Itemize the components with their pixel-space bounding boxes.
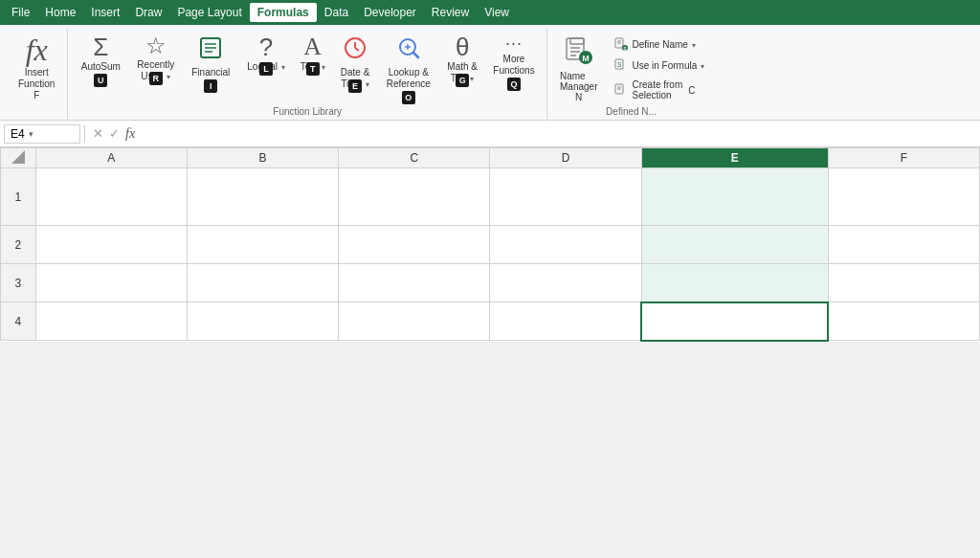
row-header-3[interactable]: 3	[1, 264, 36, 302]
cell-c2[interactable]	[339, 226, 490, 264]
menu-item-insert[interactable]: Insert	[83, 3, 127, 22]
more-functions-button[interactable]: ··· MoreFunctions ▾ Q	[485, 31, 543, 92]
fx-icon: fx	[26, 34, 48, 65]
cell-c3[interactable]	[339, 264, 490, 302]
cell-a4[interactable]	[35, 302, 187, 341]
cell-b4[interactable]	[187, 302, 338, 341]
use-in-formula-button[interactable]: S Use in Formula ▾	[608, 56, 711, 75]
spreadsheet: A B C D E F 1 2	[0, 147, 980, 342]
cell-f3[interactable]	[828, 264, 979, 302]
define-name-button[interactable]: S Define Name ▾	[608, 34, 711, 54]
name-manager-button[interactable]: M NameManager N	[551, 31, 606, 106]
lookup-reference-shortcut: O	[402, 91, 415, 104]
text-shortcut: T	[306, 62, 320, 76]
math-trig-button[interactable]: θ Math &Trig ▾ G	[440, 31, 484, 88]
logical-button[interactable]: ? Logical ▾ L	[240, 31, 291, 77]
text-icon: A	[303, 34, 322, 59]
insert-function-label: InsertFunction	[18, 67, 55, 90]
financial-icon	[197, 34, 224, 65]
formula-input[interactable]	[143, 125, 976, 143]
cell-e4[interactable]	[641, 302, 828, 341]
cell-f1[interactable]	[828, 168, 979, 226]
confirm-icon[interactable]: ✓	[109, 126, 120, 141]
logical-icon: ?	[259, 34, 273, 59]
svg-line-8	[413, 53, 418, 57]
col-header-c[interactable]: C	[339, 148, 490, 168]
cell-b2[interactable]	[187, 226, 338, 264]
create-from-selection-icon	[614, 83, 628, 97]
lookup-reference-button[interactable]: Lookup &Reference ▾ O	[377, 31, 439, 105]
formula-bar-divider	[84, 125, 85, 143]
clock-icon	[342, 34, 368, 65]
menu-item-developer[interactable]: Developer	[356, 3, 424, 22]
theta-icon: θ	[456, 34, 469, 59]
use-in-formula-icon: S	[614, 58, 628, 72]
autosum-shortcut: U	[94, 74, 107, 87]
create-from-selection-label: Create fromSelection	[632, 79, 682, 100]
svg-marker-28	[11, 150, 25, 164]
col-header-f[interactable]: F	[828, 148, 979, 168]
more-functions-shortcut: Q	[507, 78, 521, 91]
cell-b1[interactable]	[187, 168, 338, 226]
menu-item-review[interactable]: Review	[424, 3, 477, 22]
cell-c1[interactable]	[339, 168, 490, 226]
ribbon-group-defined-names: M NameManager N S Define Name ▾	[547, 29, 715, 120]
menu-item-page-layout[interactable]: Page Layout	[169, 3, 249, 22]
cell-a3[interactable]	[35, 264, 187, 302]
function-insert-icon[interactable]: fx	[125, 126, 135, 142]
cell-ref-value: E4	[11, 127, 25, 141]
menu-item-data[interactable]: Data	[317, 3, 356, 22]
col-header-e[interactable]: E	[641, 148, 828, 168]
magnifier-icon	[395, 34, 422, 65]
sigma-icon: Σ	[93, 34, 108, 59]
recently-used-button[interactable]: ☆ RecentlyUsed ▾ R	[130, 31, 181, 86]
define-name-label: Define Name ▾	[632, 39, 695, 50]
cell-a2[interactable]	[35, 226, 187, 264]
name-manager-label: NameManager	[560, 71, 597, 92]
cell-d1[interactable]	[490, 168, 641, 226]
financial-button[interactable]: Financial ▾ I	[182, 31, 239, 94]
name-manager-icon: M	[563, 34, 595, 71]
cancel-icon[interactable]: ✕	[93, 126, 103, 141]
svg-text:M: M	[582, 54, 590, 63]
cell-d2[interactable]	[490, 226, 641, 264]
cell-d3[interactable]	[490, 264, 641, 302]
cell-f2[interactable]	[828, 226, 979, 264]
svg-text:S: S	[617, 61, 622, 68]
formula-bar-icons: ✕ ✓ fx	[89, 126, 139, 142]
menu-item-file[interactable]: File	[4, 3, 37, 22]
cell-b3[interactable]	[187, 264, 338, 302]
date-time-button[interactable]: Date &Time ▾ E	[334, 31, 377, 94]
menu-item-home[interactable]: Home	[37, 3, 83, 22]
row-header-2[interactable]: 2	[1, 226, 36, 264]
menu-bar: File Home Insert Draw Page Layout Formul…	[0, 0, 980, 25]
cell-f4[interactable]	[828, 302, 979, 341]
menu-item-view[interactable]: View	[477, 3, 517, 22]
row-header-4[interactable]: 4	[1, 302, 36, 341]
menu-item-formulas[interactable]: Formulas	[250, 3, 317, 22]
cell-reference-box[interactable]: E4 ▾	[4, 124, 80, 144]
cell-c4[interactable]	[339, 302, 490, 341]
cell-ref-dropdown[interactable]: ▾	[29, 129, 33, 139]
cell-e1[interactable]	[641, 168, 828, 226]
insert-function-button[interactable]: fx InsertFunction F	[10, 31, 63, 104]
date-time-shortcut: E	[348, 79, 362, 93]
formula-bar: E4 ▾ ✕ ✓ fx	[0, 121, 980, 147]
col-header-d[interactable]: D	[490, 148, 641, 168]
col-header-a[interactable]: A	[35, 148, 187, 168]
text-button[interactable]: A Text ▾ T	[293, 31, 333, 77]
row-header-1[interactable]: 1	[1, 168, 36, 226]
define-name-icon: S	[614, 37, 628, 51]
autosum-button[interactable]: Σ AutoSum ▾ U	[72, 31, 129, 88]
use-in-formula-label: Use in Formula ▾	[632, 60, 704, 71]
col-header-b[interactable]: B	[187, 148, 338, 168]
recently-used-shortcut: R	[149, 72, 163, 85]
cell-e3[interactable]	[641, 264, 828, 302]
sheet-table: A B C D E F 1 2	[0, 147, 980, 342]
menu-item-draw[interactable]: Draw	[127, 3, 169, 22]
cell-d4[interactable]	[490, 302, 641, 341]
cell-a1[interactable]	[35, 168, 187, 226]
name-manager-shortcut: N	[575, 92, 582, 102]
create-from-selection-button[interactable]: Create fromSelection C	[608, 77, 711, 103]
cell-e2[interactable]	[641, 226, 828, 264]
